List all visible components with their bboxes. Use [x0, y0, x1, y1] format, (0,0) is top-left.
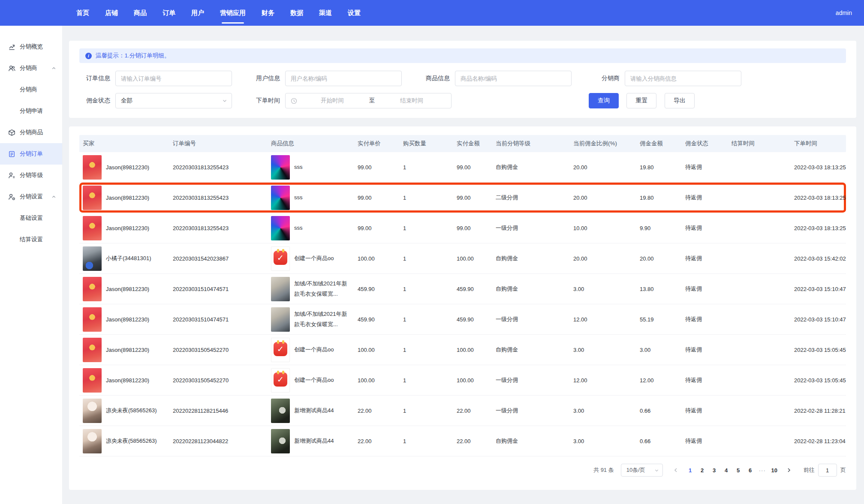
paid-amount: 459.90: [453, 316, 492, 323]
commission-status-label: 佣金状态: [79, 97, 110, 105]
page-size-select[interactable]: 10条/页: [621, 464, 663, 477]
distributor-input[interactable]: [625, 71, 741, 86]
sidebar-item[interactable]: 分销申请: [0, 100, 62, 122]
commission-status: 待返佣: [682, 376, 728, 384]
quantity: 1: [400, 164, 453, 171]
nav-item[interactable]: 渠道: [319, 0, 332, 26]
user-info-input[interactable]: [285, 71, 402, 86]
commission-status: 待返佣: [682, 285, 728, 293]
nav-item[interactable]: 数据: [290, 0, 303, 26]
product-info-input[interactable]: [455, 71, 572, 86]
table-row[interactable]: 凉央未夜(58565263) 202202281128215446 新增测试商品…: [79, 396, 846, 426]
page-number[interactable]: 10: [768, 464, 780, 477]
sidebar-item[interactable]: 分销商: [0, 79, 62, 100]
order-time: 2022-03-03 15:42:02: [791, 255, 846, 262]
nav-item[interactable]: 首页: [76, 0, 89, 26]
distribution-level: 自购佣金: [492, 285, 570, 293]
buyer-name: Jason(89812230): [106, 316, 149, 323]
commission-amount: 9.90: [636, 225, 682, 231]
table-row[interactable]: Jason(89812230) 202203031505452270 创建一个商…: [79, 335, 846, 365]
sidebar-item[interactable]: 分销商品: [0, 122, 62, 143]
prev-page-icon[interactable]: [670, 464, 682, 477]
table-row[interactable]: 凉央未夜(58565263) 202202281123044822 新增测试商品…: [79, 426, 846, 456]
reset-button[interactable]: 重置: [626, 93, 656, 108]
paid-amount: 22.00: [453, 438, 492, 444]
main-content: i 温馨提示：1.分销订单明细。 订单信息 用户信息 商品信息 分销商: [63, 26, 864, 504]
sidebar-item-label: 基础设置: [20, 214, 43, 222]
page-number[interactable]: 1: [684, 464, 696, 477]
commission-amount: 19.80: [636, 195, 682, 201]
sidebar-item[interactable]: 基础设置: [0, 207, 62, 229]
nav-item[interactable]: 订单: [163, 0, 175, 26]
order-time-range-picker[interactable]: 开始时间 至 结束时间: [285, 93, 452, 108]
buyer-avatar: [83, 277, 102, 301]
order-time: 2022-03-03 18:13:25: [791, 164, 846, 171]
table-row[interactable]: 小橘子(34481301) 202203031542023867 创建一个商品o…: [79, 243, 846, 274]
table-row[interactable]: Jason(89812230) 202203031510474571 加绒/不加…: [79, 304, 846, 335]
filter-buttons: 查询 重置 导出: [589, 93, 695, 108]
sidebar-item-label: 分销商: [20, 64, 37, 72]
chevron-up-icon: [51, 195, 56, 199]
order-time: 2022-03-03 18:13:25: [791, 225, 846, 231]
page-number[interactable]: 5: [732, 464, 744, 477]
goto-page-input[interactable]: [818, 464, 837, 477]
sidebar-item[interactable]: 分销商: [0, 57, 62, 79]
order-number: 202202281128215446: [169, 408, 268, 414]
product-image: [271, 429, 290, 453]
sidebar-item[interactable]: 结算设置: [0, 229, 62, 250]
sidebar-item[interactable]: 分销等级: [0, 165, 62, 186]
commission-rate: 12.00: [570, 316, 636, 323]
nav-user[interactable]: admin: [836, 9, 852, 16]
commission-status-select[interactable]: 全部: [115, 93, 232, 108]
order-info-label: 订单信息: [79, 75, 110, 82]
column-header: 当前分销等级: [492, 140, 570, 147]
sidebar-item[interactable]: 分销订单: [0, 143, 62, 165]
nav-item[interactable]: 商品: [134, 0, 147, 26]
commission-rate: 3.00: [570, 286, 636, 292]
page-number[interactable]: 2: [696, 464, 708, 477]
chevron-down-icon: [222, 98, 227, 103]
nav-item[interactable]: 营销应用: [220, 0, 246, 26]
commission-rate: 20.00: [570, 195, 636, 201]
table-row[interactable]: Jason(89812230) 202203031510474571 加绒/不加…: [79, 274, 846, 304]
distribution-level: 一级分佣: [492, 407, 570, 414]
notice-text: 温馨提示：1.分销订单明细。: [96, 52, 170, 60]
order-time-label: 下单时间: [249, 97, 280, 105]
commission-rate: 3.00: [570, 438, 636, 444]
more-pages-icon[interactable]: ···: [756, 464, 768, 477]
sidebar-item[interactable]: 分销概览: [0, 36, 62, 57]
column-header: 订单编号: [169, 140, 268, 147]
page-number[interactable]: 6: [744, 464, 756, 477]
sidebar-item[interactable]: 分销设置: [0, 186, 62, 207]
nav-item[interactable]: 财务: [262, 0, 274, 26]
export-button[interactable]: 导出: [665, 93, 695, 108]
distribution-level: 二级分佣: [492, 194, 570, 201]
page-number[interactable]: 4: [720, 464, 732, 477]
distribution-level: 自购佣金: [492, 163, 570, 171]
search-button[interactable]: 查询: [589, 93, 619, 108]
column-header: 下单时间: [791, 140, 846, 147]
clock-icon: [291, 98, 297, 104]
commission-amount: 3.00: [636, 347, 682, 353]
unit-price: 100.00: [354, 255, 400, 262]
unit-price: 459.90: [354, 286, 400, 292]
product-name: 加绒/不加绒2021年新款毛衣女保暖宽...: [294, 279, 347, 299]
table-row[interactable]: Jason(89812230) 202203031813255423 sss 9…: [79, 183, 846, 213]
order-number: 202203031813255423: [169, 195, 268, 201]
quantity: 1: [400, 377, 453, 384]
table-row[interactable]: Jason(89812230) 202203031813255423 sss 9…: [79, 213, 846, 243]
page-number[interactable]: 3: [708, 464, 720, 477]
nav-item[interactable]: 店铺: [105, 0, 118, 26]
order-info-input[interactable]: [115, 71, 232, 86]
nav-item[interactable]: 用户: [191, 0, 204, 26]
box-icon: [8, 129, 15, 136]
distribution-level: 一级分佣: [492, 376, 570, 384]
paid-amount: 100.00: [453, 377, 492, 384]
distributor-label: 分销商: [589, 75, 620, 82]
table-row[interactable]: Jason(89812230) 202203031813255423 sss 9…: [79, 152, 846, 183]
table-row[interactable]: Jason(89812230) 202203031505452270 创建一个商…: [79, 365, 846, 396]
next-page-icon[interactable]: [783, 464, 795, 477]
product-name: 创建一个商品oo: [294, 375, 347, 385]
nav-item[interactable]: 设置: [348, 0, 361, 26]
commission-amount: 19.80: [636, 164, 682, 171]
